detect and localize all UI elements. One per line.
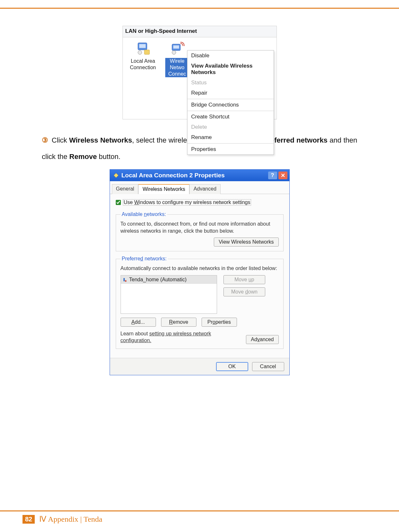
- menu-bridge[interactable]: Bridge Connections: [187, 100, 274, 110]
- menu-view-networks[interactable]: View Available Wireless Networks: [187, 61, 274, 78]
- remove-button[interactable]: Remove: [161, 318, 196, 327]
- menu-repair[interactable]: Repair: [187, 88, 274, 98]
- menu-create-shortcut[interactable]: Create Shortcut: [187, 112, 274, 122]
- footer-text: Ⅳ Appendix | Tenda: [39, 515, 102, 524]
- section-heading: LAN or High-Speed Internet: [123, 26, 277, 37]
- page-footer: 82 Ⅳ Appendix | Tenda: [23, 515, 102, 524]
- close-button[interactable]: ✕: [278, 172, 287, 179]
- preferred-legend: Preferred networks:: [121, 256, 168, 262]
- tab-general[interactable]: General: [112, 184, 139, 194]
- preferred-text: Automatically connect to available netwo…: [121, 265, 279, 272]
- use-windows-label: Use Windows to configure my wireless net…: [123, 199, 251, 206]
- wireless-icon: [169, 41, 186, 57]
- menu-disable[interactable]: Disable: [187, 51, 274, 61]
- svg-rect-7: [123, 278, 125, 281]
- properties-button[interactable]: Properties: [202, 318, 237, 327]
- available-legend: Available networks:: [121, 211, 168, 217]
- add-button[interactable]: Add...: [121, 318, 156, 327]
- ethernet-icon: [135, 41, 151, 57]
- help-button[interactable]: ?: [268, 172, 277, 179]
- move-up-button: Move up: [223, 275, 265, 284]
- properties-dialog: Local Area Connection 2 Properties ? ✕ G…: [110, 169, 290, 375]
- preferred-list-item[interactable]: Tenda_home (Automatic): [121, 275, 217, 284]
- menu-separator: [187, 111, 274, 111]
- available-networks-group: Available networks: To connect to, disco…: [116, 211, 284, 251]
- svg-rect-1: [139, 44, 146, 48]
- svg-rect-2: [144, 50, 150, 54]
- titlebar-text: Local Area Connection 2 Properties: [122, 172, 225, 179]
- move-down-button: Move down: [223, 287, 265, 296]
- learn-text: Learn about setting up wireless network …: [121, 331, 223, 344]
- cancel-button[interactable]: Cancel: [252, 362, 284, 371]
- dialog-footer: OK Cancel: [110, 358, 289, 375]
- svg-point-6: [172, 51, 176, 54]
- svg-rect-5: [173, 45, 179, 49]
- svg-point-8: [125, 280, 126, 282]
- tab-panel: Use Windows to configure my wireless net…: [110, 194, 289, 358]
- advanced-button[interactable]: Advanced: [246, 335, 278, 344]
- tab-strip: General Wireless Networks Advanced: [110, 181, 289, 194]
- view-wireless-networks-button[interactable]: View Wireless Networks: [214, 238, 278, 247]
- app-icon: [113, 173, 119, 178]
- menu-separator: [187, 99, 274, 99]
- titlebar: Local Area Connection 2 Properties ? ✕: [110, 170, 289, 181]
- preferred-item-label: Tenda_home (Automatic): [129, 277, 187, 283]
- preferred-networks-group: Preferred networks: Automatically connec…: [116, 256, 284, 349]
- use-windows-checkbox[interactable]: [116, 200, 121, 205]
- page-number: 82: [23, 515, 35, 524]
- preferred-list[interactable]: Tenda_home (Automatic): [121, 275, 217, 314]
- tab-advanced[interactable]: Advanced: [189, 184, 221, 194]
- menu-separator: [187, 143, 274, 144]
- network-connections-window: LAN or High-Speed Internet Local AreaCon…: [122, 26, 277, 119]
- ok-button[interactable]: OK: [216, 362, 248, 371]
- wireless-connection-item[interactable]: WireleNetwoConnec: [165, 41, 189, 77]
- local-area-connection-item[interactable]: Local AreaConnection: [125, 41, 161, 77]
- svg-point-3: [138, 51, 142, 54]
- menu-delete: Delete: [187, 122, 274, 132]
- menu-properties[interactable]: Properties: [187, 144, 274, 154]
- context-menu: Disable View Available Wireless Networks…: [187, 50, 274, 155]
- network-key-icon: [123, 277, 127, 282]
- menu-rename[interactable]: Rename: [187, 132, 274, 143]
- available-text: To connect to, disconnect from, or find …: [121, 220, 279, 234]
- step-marker: ③: [42, 136, 48, 144]
- menu-status: Status: [187, 78, 274, 88]
- tab-wireless-networks[interactable]: Wireless Networks: [138, 184, 189, 194]
